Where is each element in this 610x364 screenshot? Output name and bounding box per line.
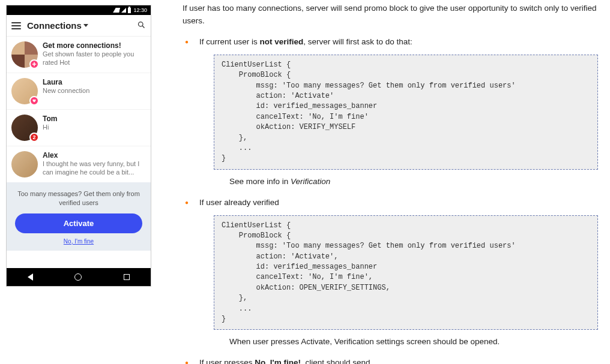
list-item[interactable]: Alex I thought he was very funny, but I … (7, 146, 151, 182)
svg-line-1 (142, 26, 144, 28)
avatar (11, 151, 38, 178)
count-badge: 2 (29, 133, 39, 142)
promo-message: Too many messages? Get them only from ve… (15, 189, 142, 207)
text: If user presses (199, 358, 255, 364)
avatar (11, 41, 38, 68)
text-italic: Verification (291, 177, 330, 186)
avatar: 2 (11, 115, 38, 141)
status-icons (113, 8, 131, 13)
list-item[interactable]: Get more connections! Get shown faster t… (7, 37, 151, 73)
avatar (11, 78, 38, 104)
status-time: 12:30 (133, 7, 147, 13)
home-icon[interactable] (74, 273, 82, 281)
text: , server will first ask to do that: (303, 37, 412, 46)
list-item[interactable]: Laura New connection (7, 73, 151, 110)
activate-button[interactable]: Activate (15, 213, 142, 233)
app-bar: Connections (7, 15, 151, 37)
connections-list: Get more connections! Get shown faster t… (7, 37, 151, 268)
text-bold: No, I'm fine! (255, 358, 301, 364)
wifi-icon (113, 8, 121, 13)
code-block-1: ClientUserList { PromoBlock { mssg: 'Too… (214, 55, 598, 170)
svg-point-0 (139, 22, 143, 26)
item-title: Tom (43, 115, 145, 123)
plus-badge-icon (29, 59, 39, 69)
doc-body: If user has too many connections, server… (156, 0, 610, 364)
item-subtitle: Get shown faster to people you rated Hot (43, 50, 145, 67)
android-status-bar: 12:30 (7, 5, 151, 15)
heart-badge-icon (29, 96, 39, 106)
back-icon[interactable] (28, 273, 33, 281)
item-subtitle: I thought he was very funny, but I can i… (43, 160, 145, 177)
bullet-not-verified: If current user is not verified, server … (185, 36, 598, 188)
no-im-fine-link[interactable]: No, I'm fine (15, 238, 142, 245)
battery-icon (128, 8, 131, 13)
recents-icon[interactable] (124, 274, 130, 280)
badge-count: 2 (32, 134, 35, 140)
list-item[interactable]: 2 Tom Hi (7, 110, 151, 146)
item-title: Laura (43, 78, 145, 86)
hamburger-icon[interactable] (11, 22, 21, 29)
text: , client should send (301, 358, 370, 364)
text: If current user is (199, 37, 260, 46)
appbar-title-dropdown[interactable]: Connections (27, 20, 137, 31)
code-block-2: ClientUserList { PromoBlock { mssg: 'Too… (214, 215, 598, 330)
text: See more info in (229, 177, 291, 186)
text: If user already verified (199, 198, 279, 207)
search-icon[interactable] (137, 20, 146, 31)
phone-mockup: 12:30 Connections Get more connections! (6, 5, 151, 287)
item-subtitle: Hi (43, 124, 145, 132)
android-nav-bar (7, 268, 151, 286)
signal-icon (121, 8, 126, 13)
appbar-title-text: Connections (27, 20, 82, 31)
intro-paragraph: If user has too many connections, server… (183, 2, 598, 28)
bullet-already-verified: If user already verified ClientUserList … (185, 197, 598, 349)
chevron-down-icon (83, 24, 88, 27)
promo-block: Too many messages? Get them only from ve… (7, 182, 151, 251)
see-more-verification: See more info in Verification (229, 176, 598, 188)
item-title: Alex (43, 151, 145, 160)
bullet-no-im-fine: If user presses No, I'm fine!, client sh… (185, 357, 598, 364)
after-code-2: When user presses Activate, Verification… (229, 336, 598, 348)
text-bold: not verified (260, 37, 304, 46)
item-subtitle: New connection (43, 87, 145, 95)
item-title: Get more connections! (43, 41, 145, 50)
